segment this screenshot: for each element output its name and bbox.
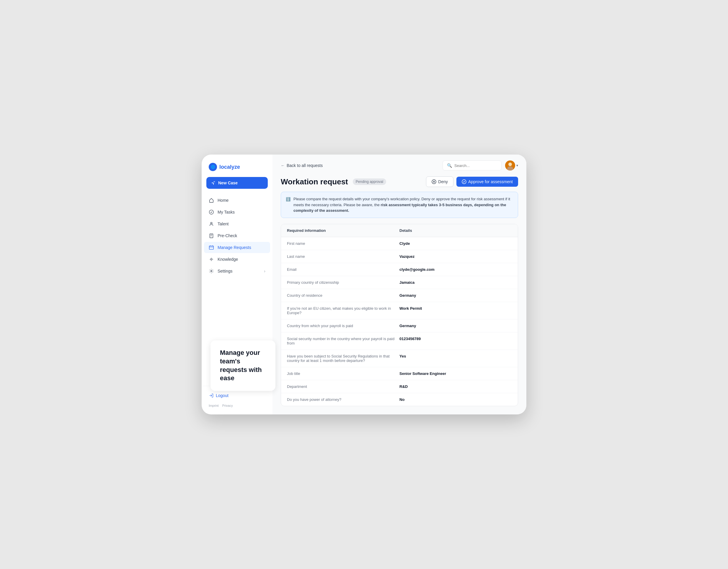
info-icon: ℹ️ bbox=[286, 197, 290, 214]
approve-icon bbox=[462, 179, 466, 184]
status-badge: Pending approval bbox=[353, 179, 386, 185]
logout-button[interactable]: Logout bbox=[206, 391, 268, 400]
info-banner: ℹ️ Please compare the request details wi… bbox=[281, 192, 518, 218]
approve-label: Approve for assessment bbox=[468, 179, 513, 184]
row-value: R&D bbox=[399, 384, 512, 389]
table-body: First name Clyde Last name Vazquez Email… bbox=[281, 237, 518, 406]
table-header: Required information Details bbox=[281, 224, 518, 237]
pre-check-icon bbox=[209, 233, 214, 238]
row-label: Country from which your payroll is paid bbox=[287, 323, 399, 328]
deny-icon bbox=[432, 179, 436, 184]
row-value: Germany bbox=[399, 293, 512, 297]
page-title: Workation request bbox=[281, 177, 348, 187]
tasks-icon bbox=[209, 210, 214, 215]
sidebar-item-pre-check[interactable]: Pre-Check bbox=[204, 230, 270, 241]
row-label: Last name bbox=[287, 254, 399, 259]
sidebar-item-settings-label: Settings bbox=[218, 269, 233, 274]
talent-icon bbox=[209, 221, 214, 227]
deny-button[interactable]: Deny bbox=[426, 176, 453, 187]
row-value: Vazquez bbox=[399, 254, 512, 259]
search-input[interactable] bbox=[454, 164, 497, 168]
new-case-label: New Case bbox=[218, 181, 238, 185]
row-label: Primary country of citizensship bbox=[287, 280, 399, 284]
sidebar-item-talent[interactable]: Talent bbox=[204, 218, 270, 230]
home-icon bbox=[209, 198, 214, 203]
marketing-text: Manage your team's requests with ease bbox=[220, 349, 266, 382]
svg-point-7 bbox=[210, 259, 212, 260]
sidebar-item-pre-check-label: Pre-Check bbox=[218, 233, 237, 238]
deny-label: Deny bbox=[438, 179, 448, 184]
header-right: 🔍 ▾ bbox=[443, 161, 518, 171]
sidebar-item-knowledge-label: Knowledge bbox=[218, 257, 238, 262]
user-avatar-img bbox=[505, 161, 515, 171]
sidebar-item-manage-requests-label: Manage Requests bbox=[218, 245, 251, 250]
svg-rect-6 bbox=[209, 246, 213, 250]
row-value: clyde@google.com bbox=[399, 267, 512, 272]
row-label: Do you have power of attorney? bbox=[287, 397, 399, 402]
logout-icon bbox=[209, 393, 213, 398]
sidebar-item-settings[interactable]: Settings › bbox=[204, 266, 270, 277]
info-text: Please compare the request details with … bbox=[293, 196, 513, 214]
row-value: Work Permit bbox=[399, 306, 512, 315]
back-link-text: Back to all requests bbox=[287, 163, 323, 168]
row-value: Jamaica bbox=[399, 280, 512, 284]
search-icon: 🔍 bbox=[447, 163, 452, 168]
table-row: Job title Senior Software Engineer bbox=[281, 367, 518, 380]
user-dropdown[interactable]: ▾ bbox=[505, 161, 518, 171]
avatar bbox=[505, 161, 515, 171]
table-row: First name Clyde bbox=[281, 237, 518, 250]
table-row: Primary country of citizensship Jamaica bbox=[281, 276, 518, 289]
svg-point-10 bbox=[508, 163, 512, 166]
row-value: Senior Software Engineer bbox=[399, 371, 512, 376]
page-content: Workation request Pending approval Deny bbox=[272, 176, 526, 414]
marketing-overlay: Manage your team's requests with ease bbox=[210, 340, 275, 390]
svg-point-8 bbox=[211, 271, 212, 272]
table-row: Have you been subject to Social Security… bbox=[281, 350, 518, 367]
sidebar-item-home[interactable]: Home bbox=[204, 195, 270, 206]
table-row: Country from which your payroll is paid … bbox=[281, 319, 518, 332]
svg-point-4 bbox=[210, 223, 212, 224]
table-row: Department R&D bbox=[281, 380, 518, 393]
user-dropdown-chevron: ▾ bbox=[516, 164, 518, 168]
sidebar-item-manage-requests[interactable]: Manage Requests bbox=[204, 242, 270, 253]
settings-icon bbox=[209, 269, 214, 274]
main-content: ← Back to all requests 🔍 ▾ bbox=[272, 155, 526, 414]
row-value: 0123456789 bbox=[399, 336, 512, 345]
back-arrow-icon: ← bbox=[281, 163, 285, 168]
new-case-icon bbox=[211, 181, 216, 185]
new-case-button[interactable]: New Case bbox=[206, 177, 268, 189]
row-label: Have you been subject to Social Security… bbox=[287, 354, 399, 363]
search-box[interactable]: 🔍 bbox=[443, 161, 502, 171]
logo-text: localyze bbox=[219, 164, 240, 170]
sidebar-item-my-tasks[interactable]: My Tasks bbox=[204, 207, 270, 218]
col1-header: Required information bbox=[287, 228, 399, 233]
row-value: Germany bbox=[399, 323, 512, 328]
row-label: Department bbox=[287, 384, 399, 389]
col2-header: Details bbox=[399, 228, 512, 233]
sidebar-item-knowledge[interactable]: Knowledge bbox=[204, 254, 270, 265]
footer-links: Imprint Privacy bbox=[206, 401, 268, 410]
row-label: Social security number in the country wh… bbox=[287, 336, 399, 345]
action-buttons: Deny Approve for assessment bbox=[426, 176, 518, 187]
details-table: Required information Details First name … bbox=[281, 224, 518, 406]
row-value: Yes bbox=[399, 354, 512, 363]
table-row: Email clyde@google.com bbox=[281, 263, 518, 276]
logout-label: Logout bbox=[216, 393, 228, 398]
privacy-link[interactable]: Privacy bbox=[222, 404, 233, 407]
sidebar-item-home-label: Home bbox=[218, 198, 228, 203]
table-row: Do you have power of attorney? No bbox=[281, 393, 518, 406]
row-label: Job title bbox=[287, 371, 399, 376]
row-label: Country of residence bbox=[287, 293, 399, 297]
sidebar-item-talent-label: Talent bbox=[218, 222, 228, 226]
row-label: Email bbox=[287, 267, 399, 272]
row-value: Clyde bbox=[399, 241, 512, 246]
back-link[interactable]: ← Back to all requests bbox=[281, 163, 323, 168]
row-label: First name bbox=[287, 241, 399, 246]
approve-button[interactable]: Approve for assessment bbox=[456, 177, 518, 187]
sidebar-item-my-tasks-label: My Tasks bbox=[218, 210, 235, 215]
logo-icon: 🌐 bbox=[209, 163, 217, 171]
settings-chevron-icon: › bbox=[264, 269, 265, 274]
imprint-link[interactable]: Imprint bbox=[209, 404, 219, 407]
top-header: ← Back to all requests 🔍 ▾ bbox=[272, 155, 526, 176]
table-row: Country of residence Germany bbox=[281, 289, 518, 302]
